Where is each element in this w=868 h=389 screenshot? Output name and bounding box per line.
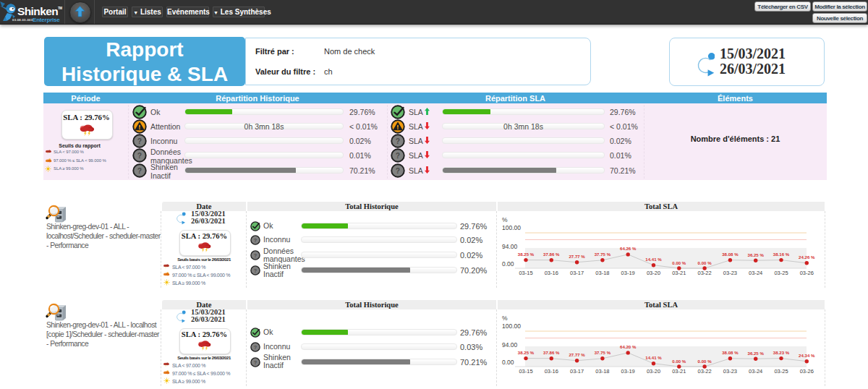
svg-text:03-23: 03-23	[723, 368, 737, 375]
svg-text:03-25: 03-25	[774, 270, 788, 276]
svg-text:36.25 %: 36.25 %	[748, 252, 765, 257]
svg-text:03-26: 03-26	[800, 270, 814, 276]
svg-text:03-22: 03-22	[698, 368, 712, 375]
svg-text:03-19: 03-19	[621, 368, 635, 375]
svg-text:37.75 %: 37.75 %	[595, 350, 611, 355]
svg-text:03-24: 03-24	[749, 270, 762, 276]
svg-text:38.08 %: 38.08 %	[722, 252, 739, 257]
svg-text:03-15: 03-15	[519, 368, 532, 375]
svg-text:%: %	[502, 315, 508, 322]
svg-text:14.41 %: 14.41 %	[645, 257, 662, 262]
svg-text:24.26 %: 24.26 %	[799, 255, 815, 260]
svg-text:0.00 %: 0.00 %	[698, 260, 712, 265]
svg-text:03-18: 03-18	[595, 270, 609, 276]
svg-text:37.75 %: 37.75 %	[595, 252, 611, 257]
svg-text:03-15: 03-15	[519, 270, 532, 276]
svg-text:0.00: 0.00	[502, 260, 514, 268]
svg-text:03-20: 03-20	[647, 270, 660, 276]
svg-text:?: ?	[137, 137, 142, 145]
svg-text:?: ?	[254, 252, 258, 259]
svg-text:03-21: 03-21	[672, 270, 686, 276]
svg-text:27.77 %: 27.77 %	[569, 254, 585, 259]
svg-text:?: ?	[137, 167, 142, 175]
svg-text:38.08 %: 38.08 %	[722, 350, 739, 355]
svg-text:03-22: 03-22	[698, 270, 712, 276]
svg-text:36.25 %: 36.25 %	[748, 351, 765, 356]
svg-text:03-19: 03-19	[621, 270, 635, 276]
svg-text:?: ?	[137, 152, 142, 160]
svg-text:38.25 %: 38.25 %	[518, 350, 535, 355]
svg-text:94.00: 94.00	[502, 243, 518, 250]
svg-text:0.00 %: 0.00 %	[672, 260, 686, 265]
svg-text:38.23 %: 38.23 %	[773, 350, 790, 355]
svg-text:24.34 %: 24.34 %	[799, 353, 815, 358]
svg-text:03-23: 03-23	[723, 270, 737, 276]
svg-text:14.41 %: 14.41 %	[645, 355, 662, 360]
svg-text:?: ?	[396, 167, 400, 175]
svg-text:64.26 %: 64.26 %	[620, 246, 637, 251]
svg-text:03-20: 03-20	[647, 368, 660, 375]
svg-text:27.77 %: 27.77 %	[569, 352, 585, 357]
svg-text:100.00: 100.00	[502, 224, 521, 231]
svg-text:03-16: 03-16	[545, 270, 558, 276]
svg-text:03-26: 03-26	[800, 368, 814, 375]
svg-text:03-25: 03-25	[774, 368, 788, 375]
svg-text:?: ?	[396, 137, 400, 145]
svg-text:03-24: 03-24	[749, 368, 762, 375]
svg-text:?: ?	[396, 152, 400, 160]
svg-text:37.86 %: 37.86 %	[543, 350, 560, 355]
svg-text:?: ?	[254, 237, 258, 244]
svg-text:?: ?	[254, 268, 258, 274]
svg-text:0.00 %: 0.00 %	[672, 359, 686, 364]
svg-text:03-18: 03-18	[595, 368, 609, 375]
svg-text:03-16: 03-16	[545, 368, 558, 375]
svg-text:?: ?	[254, 344, 258, 351]
svg-text:94.00: 94.00	[502, 341, 518, 349]
svg-text:03-17: 03-17	[570, 270, 584, 276]
svg-text:64.20 %: 64.20 %	[620, 344, 637, 349]
svg-text:38.25 %: 38.25 %	[518, 252, 535, 257]
svg-text:0.00: 0.00	[502, 359, 514, 366]
svg-text:%: %	[502, 216, 508, 223]
svg-text:100.00: 100.00	[502, 322, 521, 330]
svg-text:03-17: 03-17	[570, 368, 584, 375]
svg-text:0.00 %: 0.00 %	[698, 359, 712, 364]
svg-text:38.16 %: 38.16 %	[773, 252, 790, 257]
svg-text:?: ?	[254, 359, 258, 365]
svg-text:03-21: 03-21	[672, 368, 686, 375]
svg-text:37.86 %: 37.86 %	[543, 252, 560, 257]
